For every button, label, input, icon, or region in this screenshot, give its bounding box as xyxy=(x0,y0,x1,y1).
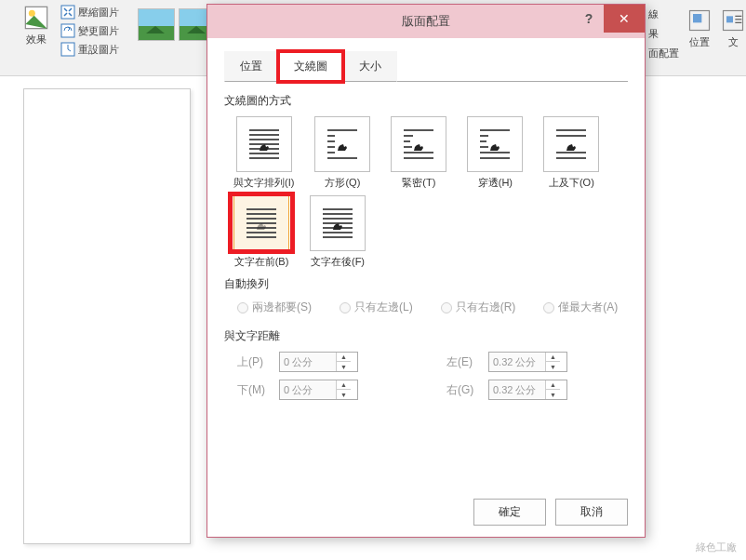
tab-position[interactable]: 位置 xyxy=(224,51,278,82)
document-page xyxy=(23,88,191,544)
radio-right-only[interactable]: 只有右邊(R) xyxy=(441,300,516,315)
svg-rect-2 xyxy=(61,6,74,19)
dog-icon xyxy=(565,140,578,149)
radio-both-sides[interactable]: 兩邊都要(S) xyxy=(237,300,312,315)
ok-button[interactable]: 確定 xyxy=(473,499,546,526)
spinner-down-icon[interactable]: ▼ xyxy=(337,390,351,399)
dist-bottom-input[interactable] xyxy=(280,381,336,398)
layout-dropdown[interactable]: 面配置 xyxy=(648,47,679,60)
dist-top-label: 上(P) xyxy=(237,354,279,370)
spinner-up-icon[interactable]: ▲ xyxy=(337,380,351,390)
dist-top-spinner[interactable]: ▲▼ xyxy=(279,352,358,372)
wrap-text-button[interactable]: 文 xyxy=(720,7,746,60)
dist-left-input[interactable] xyxy=(489,353,545,370)
spinner-down-icon[interactable]: ▼ xyxy=(337,362,351,371)
dialog-titlebar[interactable]: 版面配置 ? ✕ xyxy=(207,5,645,38)
dist-left-spinner[interactable]: ▲▼ xyxy=(488,352,567,372)
close-button[interactable]: ✕ xyxy=(604,5,645,33)
dialog-title: 版面配置 xyxy=(402,13,450,30)
dist-bottom-label: 下(M) xyxy=(237,382,279,398)
dog-icon xyxy=(336,140,349,149)
dialog-tabs: 位置 文繞圖 大小 xyxy=(224,51,628,82)
cancel-button[interactable]: 取消 xyxy=(555,499,628,526)
wrap-option-infront-text[interactable]: 文字在後(F) xyxy=(310,195,366,269)
wrap-option-tight[interactable]: 緊密(T) xyxy=(391,116,446,190)
wrap-option-through[interactable]: 穿透(H) xyxy=(467,116,523,190)
dist-right-spinner[interactable]: ▲▼ xyxy=(488,380,567,400)
wrap-option-behind-text[interactable]: 文字在前(B) xyxy=(233,195,289,269)
spinner-up-icon[interactable]: ▲ xyxy=(337,353,351,362)
close-icon: ✕ xyxy=(619,11,630,26)
effect-dropdown[interactable]: 果 xyxy=(648,27,679,41)
dist-bottom-spinner[interactable]: ▲▼ xyxy=(279,380,358,400)
spinner-up-icon[interactable]: ▲ xyxy=(546,380,560,390)
wrap-option-square[interactable]: 方形(Q) xyxy=(314,116,370,190)
radio-left-only[interactable]: 只有左邊(L) xyxy=(340,300,413,315)
radio-largest[interactable]: 僅最大者(A) xyxy=(543,300,618,315)
spinner-up-icon[interactable]: ▲ xyxy=(546,353,560,362)
position-button[interactable]: 位置 xyxy=(686,7,713,60)
dist-left-label: 左(E) xyxy=(446,354,488,370)
layout-dialog: 版面配置 ? ✕ 位置 文繞圖 大小 文繞圖的方式 xyxy=(206,4,646,538)
tab-wrap[interactable]: 文繞圖 xyxy=(278,51,343,82)
dist-top-input[interactable] xyxy=(280,353,336,370)
change-image-button[interactable]: 變更圖片 xyxy=(60,23,119,38)
dist-right-label: 右(G) xyxy=(446,382,488,398)
ribbon-effects[interactable]: 效果 xyxy=(23,5,49,47)
svg-rect-8 xyxy=(726,16,733,22)
dog-icon xyxy=(412,140,425,149)
svg-rect-6 xyxy=(693,14,701,22)
spinner-down-icon[interactable]: ▼ xyxy=(546,362,560,371)
ribbon-effects-label: 效果 xyxy=(26,33,47,47)
watermark: 綠色工廠 xyxy=(696,540,737,554)
dog-icon xyxy=(255,219,268,228)
distance-label: 與文字距離 xyxy=(224,328,628,344)
dog-icon xyxy=(331,219,344,228)
autowrap-label: 自動換列 xyxy=(224,276,628,292)
help-button[interactable]: ? xyxy=(574,5,604,33)
reset-image-button[interactable]: 重設圖片 xyxy=(60,42,119,57)
wrap-style-label: 文繞圖的方式 xyxy=(224,93,628,109)
wrap-option-inline[interactable]: 與文字排列(I) xyxy=(233,116,294,190)
picture-style-thumb[interactable] xyxy=(138,8,175,41)
spinner-down-icon[interactable]: ▼ xyxy=(546,390,560,399)
dog-icon xyxy=(258,140,271,149)
dog-icon xyxy=(488,140,501,149)
compress-image-button[interactable]: 壓縮圖片 xyxy=(60,5,119,20)
tab-size[interactable]: 大小 xyxy=(343,51,397,82)
dist-right-input[interactable] xyxy=(489,381,545,398)
picture-styles-gallery[interactable] xyxy=(138,8,216,41)
wrap-option-topbottom[interactable]: 上及下(O) xyxy=(543,116,599,190)
border-dropdown[interactable]: 線 xyxy=(648,7,679,21)
